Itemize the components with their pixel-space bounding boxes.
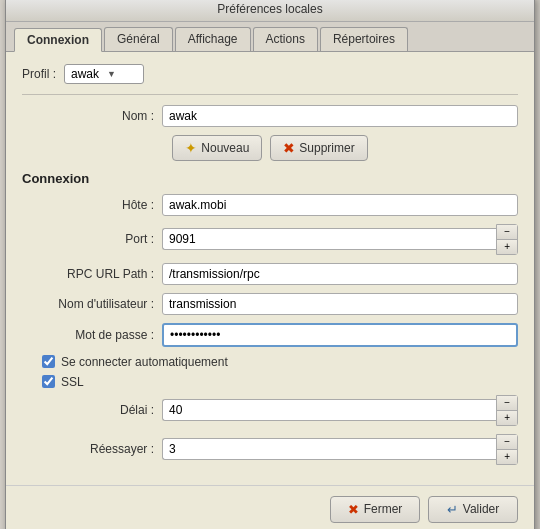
retry-input[interactable] [162,438,496,460]
tab-content: Profil : awak ▼ Nom : ✦ Nouveau ✖ Suppri… [6,52,534,485]
delay-row: Délai : − + [22,395,518,426]
port-plus-button[interactable]: + [497,240,517,254]
auto-connect-label: Se connecter automatiquement [61,355,228,369]
tab-affichage[interactable]: Affichage [175,27,251,51]
window-title: Préférences locales [217,2,322,16]
pass-input[interactable] [162,323,518,347]
profile-select[interactable]: awak ▼ [64,64,144,84]
user-row: Nom d'utilisateur : [22,293,518,315]
user-input[interactable] [162,293,518,315]
delay-minus-button[interactable]: − [497,396,517,411]
delay-plus-button[interactable]: + [497,411,517,425]
auto-connect-checkbox[interactable] [42,355,55,368]
hote-input[interactable] [162,194,518,216]
delete-icon: ✖ [283,140,295,156]
delete-button[interactable]: ✖ Supprimer [270,135,367,161]
nom-input[interactable] [162,105,518,127]
nom-label: Nom : [22,109,162,123]
port-label: Port : [22,232,162,246]
ok-button[interactable]: ↵ Valider [428,496,518,523]
footer: ✖ Fermer ↵ Valider [6,485,534,530]
delay-spinner: − + [162,395,518,426]
tab-connexion[interactable]: Connexion [14,28,102,52]
delay-input[interactable] [162,399,496,421]
ssl-row: SSL [42,375,518,389]
tab-general[interactable]: Général [104,27,173,51]
tab-repertoires[interactable]: Répertoires [320,27,408,51]
section-title: Connexion [22,171,518,186]
ok-icon: ↵ [447,502,458,517]
profile-row: Profil : awak ▼ [22,64,518,95]
close-icon: ✖ [348,502,359,517]
rpc-label: RPC URL Path : [22,267,162,281]
retry-plus-button[interactable]: + [497,450,517,464]
delay-spinner-buttons: − + [496,395,518,426]
ssl-label: SSL [61,375,84,389]
port-minus-button[interactable]: − [497,225,517,240]
user-label: Nom d'utilisateur : [22,297,162,311]
retry-spinner-buttons: − + [496,434,518,465]
rpc-row: RPC URL Path : [22,263,518,285]
pass-label: Mot de passe : [22,328,162,342]
hote-label: Hôte : [22,198,162,212]
close-button[interactable]: ✖ Fermer [330,496,420,523]
new-button[interactable]: ✦ Nouveau [172,135,262,161]
port-spinner: − + [162,224,518,255]
retry-spinner: − + [162,434,518,465]
title-bar: Préférences locales [6,0,534,22]
nom-row: Nom : [22,105,518,127]
buttons-row: ✦ Nouveau ✖ Supprimer [22,135,518,161]
tab-bar: Connexion Général Affichage Actions Répe… [6,22,534,52]
port-input[interactable] [162,228,496,250]
auto-connect-row: Se connecter automatiquement [42,355,518,369]
star-icon: ✦ [185,140,197,156]
chevron-down-icon: ▼ [107,69,137,79]
retry-label: Réessayer : [22,442,162,456]
hote-row: Hôte : [22,194,518,216]
preferences-window: Préférences locales Connexion Général Af… [5,0,535,529]
port-spinner-buttons: − + [496,224,518,255]
delay-label: Délai : [22,403,162,417]
tab-actions[interactable]: Actions [253,27,318,51]
profile-value: awak [71,67,101,81]
profile-label: Profil : [22,67,56,81]
rpc-input[interactable] [162,263,518,285]
ssl-checkbox[interactable] [42,375,55,388]
port-row: Port : − + [22,224,518,255]
pass-row: Mot de passe : [22,323,518,347]
retry-row: Réessayer : − + [22,434,518,465]
retry-minus-button[interactable]: − [497,435,517,450]
